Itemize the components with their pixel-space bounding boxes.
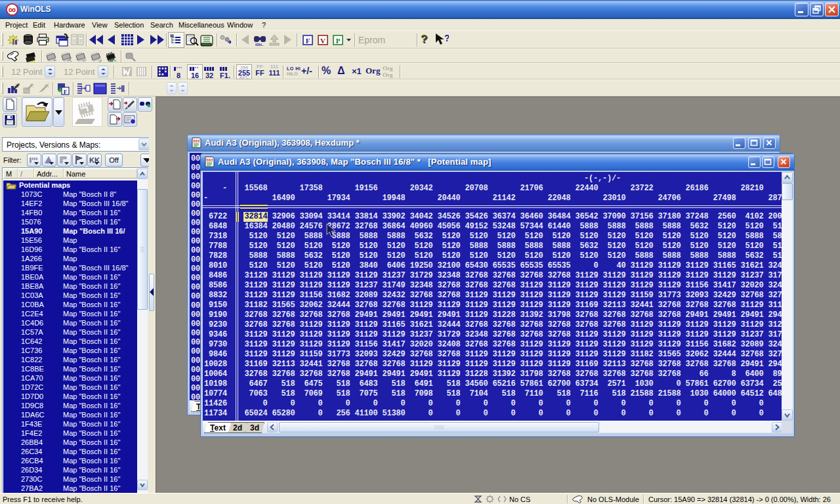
svg-text:#-#: #-# <box>110 58 117 63</box>
svg-text:F: F <box>64 89 68 95</box>
svg-text:?: ? <box>444 33 449 43</box>
svg-text:V: V <box>320 37 326 45</box>
svg-text:=: = <box>53 57 56 63</box>
svg-text:F: F <box>306 37 310 45</box>
svg-text:IOH..: IOH.. <box>255 43 264 47</box>
svg-text:IOI: IOI <box>206 158 213 163</box>
svg-text:∞: ∞ <box>9 4 16 15</box>
svg-text:IOI: IOI <box>193 139 200 144</box>
svg-text:P: P <box>336 37 341 45</box>
